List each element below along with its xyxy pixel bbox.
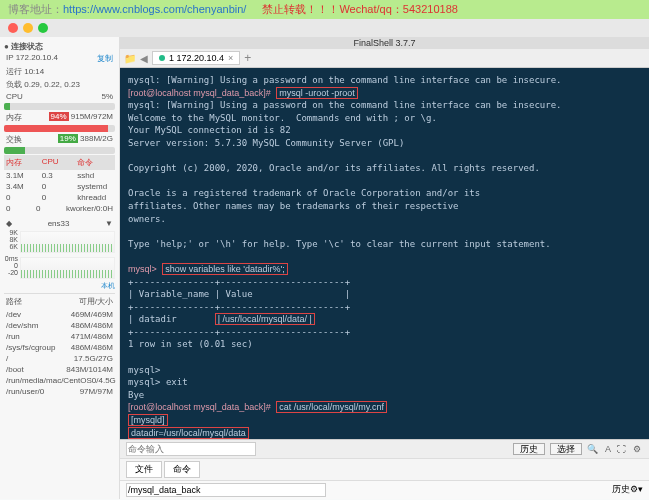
back-icon[interactable]: ◀ xyxy=(140,53,148,64)
disk-row: /dev/shm486M/486M xyxy=(4,320,115,331)
window-controls xyxy=(0,19,649,37)
disk-header: 路径可用/大小 xyxy=(4,293,115,309)
copy-link[interactable]: 复制 xyxy=(97,53,113,64)
warn-text: 禁止转载！！！Wechat/qq：543210188 xyxy=(262,2,457,17)
minimize-dot[interactable] xyxy=(23,23,33,33)
command-input[interactable] xyxy=(126,442,256,456)
history-button[interactable]: 历史 xyxy=(513,443,545,455)
blog-url: https://www.cnblogs.com/chenyanbin/ xyxy=(63,3,246,15)
path-history-button[interactable]: 历史 xyxy=(612,484,630,494)
proc-row[interactable]: 00kworker/0:0H xyxy=(4,203,115,214)
close-dot[interactable] xyxy=(8,23,18,33)
sidebar: ● 连接状态 IP 172.20.10.4复制 运行 10:14 负载 0.29… xyxy=(0,37,120,499)
terminal[interactable]: mysql: [Warning] Using a password on the… xyxy=(120,68,649,439)
select-button[interactable]: 选择 xyxy=(550,443,582,455)
path-input[interactable] xyxy=(126,483,326,497)
app-title: FinalShell 3.7.7 xyxy=(120,37,649,49)
session-tab[interactable]: 1 172.20.10.4× xyxy=(152,51,240,65)
tab-bar: 📁 ◀ 1 172.20.10.4× + xyxy=(120,49,649,68)
proc-row[interactable]: 00khreadd xyxy=(4,192,115,203)
path-gear-icon[interactable]: ⚙▾ xyxy=(630,484,643,494)
search-icon[interactable]: 🔍 xyxy=(587,444,598,454)
file-tabs: 文件 命令 xyxy=(120,458,649,480)
status-header: ● 连接状态 xyxy=(4,41,115,52)
proc-header: 内存CPU命令 xyxy=(4,155,115,170)
blog-banner: 博客地址：https://www.cnblogs.com/chenyanbin/… xyxy=(0,0,649,19)
disk-row: /boot843M/1014M xyxy=(4,364,115,375)
zoom-dot[interactable] xyxy=(38,23,48,33)
folder-icon[interactable]: 📁 xyxy=(124,53,136,64)
disk-row: /run/media/mac/CentOS0/4.5G xyxy=(4,375,115,386)
tab-files[interactable]: 文件 xyxy=(126,461,162,478)
net-chart-up xyxy=(20,231,115,253)
disk-row: /sys/fs/cgroup486M/486M xyxy=(4,342,115,353)
disk-row: /run/user/097M/97M xyxy=(4,386,115,397)
command-bar: 历史 选择 🔍 A ⛶ ⚙ xyxy=(120,439,649,458)
path-bar: 历史⚙▾ xyxy=(120,480,649,499)
tab-close-icon[interactable]: × xyxy=(228,53,233,63)
add-tab-icon[interactable]: + xyxy=(244,51,251,65)
expand-icon[interactable]: ⛶ xyxy=(617,444,626,454)
gear-icon[interactable]: ⚙ xyxy=(633,444,641,454)
net-chart-latency xyxy=(20,257,115,279)
disk-row: /17.5G/27G xyxy=(4,353,115,364)
tab-commands[interactable]: 命令 xyxy=(164,461,200,478)
disk-row: /dev469M/469M xyxy=(4,309,115,320)
proc-row[interactable]: 3.1M0.3sshd xyxy=(4,170,115,181)
disk-row: /run471M/486M xyxy=(4,331,115,342)
proc-row[interactable]: 3.4M0systemd xyxy=(4,181,115,192)
fontsize-icon[interactable]: A xyxy=(605,444,611,454)
status-dot-icon xyxy=(159,55,165,61)
